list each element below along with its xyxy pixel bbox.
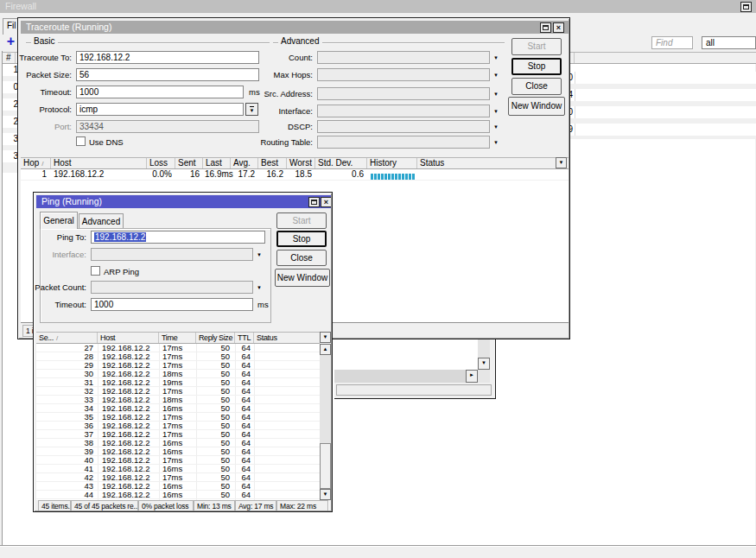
- protocol-dropdown-button[interactable]: ▼: [245, 103, 258, 116]
- ping-title: Ping (Running): [41, 196, 102, 206]
- firewall-rule-row[interactable]: 3: [3, 133, 17, 145]
- port-input: 33434: [76, 120, 259, 133]
- col-loss[interactable]: Loss: [147, 158, 175, 168]
- ping-timeout-unit: ms: [257, 300, 269, 309]
- routing-table-label: Routing Table:: [260, 137, 313, 147]
- timeout-value: 1000: [79, 87, 98, 97]
- sort-icon: /: [54, 334, 58, 342]
- firewall-rule-row[interactable]: 2: [3, 116, 17, 128]
- col-avg[interactable]: Avg.: [231, 158, 258, 168]
- traceroute-table-header[interactable]: Hop/ Host Loss Sent Last Avg. Best Worst…: [21, 157, 569, 169]
- find-input[interactable]: Find: [651, 36, 693, 49]
- firewall-rule-row[interactable]: 3: [3, 150, 17, 162]
- dropdown-icon[interactable]: ▼: [493, 124, 499, 130]
- tab-general-label: General: [43, 216, 74, 225]
- col-last[interactable]: Last: [203, 158, 231, 168]
- firewall-rule-row[interactable]: 2: [3, 98, 17, 111]
- firewall-rule-row[interactable]: 0: [3, 81, 17, 93]
- packet-size-input[interactable]: 56: [76, 68, 259, 81]
- col-best[interactable]: Best: [258, 158, 287, 168]
- loss-value: 0.0%: [142, 169, 172, 180]
- src-address-combobox[interactable]: [317, 87, 490, 100]
- dscp-label: DSCP:: [288, 122, 313, 131]
- ping-table-header[interactable]: Se.../ Host Time Reply Size TTL Status: [36, 332, 320, 344]
- filter-dropdown-value: all: [706, 38, 715, 48]
- vertical-scrollbar[interactable]: ▼: [478, 339, 490, 370]
- dropdown-icon[interactable]: ▼: [493, 55, 499, 61]
- col-time[interactable]: Time: [159, 333, 196, 343]
- traceroute-maximize-button[interactable]: [540, 22, 551, 33]
- dropdown-icon[interactable]: ▼: [493, 140, 499, 146]
- dropdown-icon[interactable]: ▼: [257, 252, 262, 258]
- scroll-up-button[interactable]: ▲: [320, 344, 331, 355]
- stop-button-label: Stop: [528, 61, 546, 71]
- col-status[interactable]: Status: [254, 333, 320, 343]
- col-sent[interactable]: Sent: [175, 158, 203, 168]
- add-rule-button[interactable]: +: [3, 34, 18, 48]
- scroll-down-button[interactable]: ▼: [320, 489, 331, 500]
- scrollbar-thumb[interactable]: [320, 443, 331, 489]
- ping-titlebar[interactable]: Ping (Running): [36, 195, 331, 208]
- max-hops-combobox[interactable]: [317, 68, 490, 81]
- count-combobox[interactable]: [317, 51, 490, 64]
- ping-close-button[interactable]: ×: [321, 197, 331, 207]
- scroll-right-button[interactable]: ►: [466, 370, 478, 383]
- status-packets-received: 45 of 45 packets re...: [71, 500, 138, 510]
- dropdown-icon[interactable]: ▼: [493, 73, 499, 79]
- traceroute-columns-button[interactable]: ▼: [556, 157, 567, 168]
- packet-count-combobox[interactable]: [91, 281, 253, 294]
- col-std-dev[interactable]: Std. Dev.: [315, 158, 367, 168]
- tab-general[interactable]: General: [40, 212, 78, 229]
- filter-dropdown[interactable]: all: [702, 36, 756, 49]
- col-host[interactable]: Host: [51, 158, 147, 168]
- timeout-input[interactable]: 1000: [76, 86, 244, 98]
- ping-stop-button[interactable]: Stop: [276, 231, 327, 247]
- dscp-combobox[interactable]: [317, 120, 490, 133]
- col-status[interactable]: Status: [417, 158, 555, 168]
- ping-close-action-button[interactable]: Close: [276, 250, 327, 266]
- col-worst[interactable]: Worst: [287, 158, 315, 168]
- col-ttl[interactable]: TTL: [235, 333, 254, 343]
- maximize-button[interactable]: [740, 2, 752, 12]
- arp-ping-checkbox[interactable]: [91, 266, 100, 276]
- ping-columns-button[interactable]: ▼: [320, 332, 331, 343]
- protocol-combobox[interactable]: icmp: [76, 103, 244, 116]
- col-reply-size[interactable]: Reply Size: [196, 333, 235, 343]
- tab-advanced-label: Advanced: [82, 217, 120, 226]
- dropdown-icon[interactable]: ▼: [493, 92, 499, 98]
- traceroute-new-window-button[interactable]: New Window: [508, 97, 565, 116]
- firewall-rule-row[interactable]: 1: [3, 64, 17, 76]
- use-dns-checkbox[interactable]: [76, 136, 86, 146]
- ping-result-row[interactable]: 44 192.168.12.2 16ms 50 64: [36, 491, 320, 499]
- col-seq[interactable]: Se.../: [36, 333, 98, 343]
- col-host[interactable]: Host: [98, 333, 159, 343]
- firewall-titlebar[interactable]: Firewall: [0, 0, 756, 13]
- col-history[interactable]: History: [367, 158, 417, 168]
- dropdown-icon: ▼: [250, 106, 255, 113]
- col-hop[interactable]: Hop/: [21, 158, 51, 168]
- dropdown-icon[interactable]: ▼: [257, 285, 262, 291]
- hop-value: 1: [21, 169, 47, 180]
- traceroute-stop-button[interactable]: Stop: [511, 58, 562, 75]
- traceroute-titlebar[interactable]: Traceroute (Running): [21, 21, 569, 34]
- traceroute-result-row[interactable]: 1 192.168.12.2 0.0% 16 16.9ms 17.2 16.2 …: [21, 169, 569, 181]
- packet-count-label: Packet Count:: [35, 282, 86, 292]
- routing-table-combobox[interactable]: [317, 136, 490, 149]
- ping-to-input[interactable]: 192.168.12.2: [91, 231, 265, 244]
- scroll-down-button[interactable]: ▼: [478, 358, 490, 370]
- dropdown-icon[interactable]: ▼: [493, 109, 499, 115]
- tab-advanced[interactable]: Advanced: [79, 213, 124, 229]
- interface-combobox[interactable]: [317, 105, 490, 117]
- ping-maximize-button[interactable]: [308, 197, 320, 207]
- interface-combobox[interactable]: [91, 248, 253, 261]
- traceroute-close-action-button[interactable]: Close: [511, 78, 562, 95]
- horizontal-scrollbar[interactable]: ►: [334, 370, 478, 383]
- ping-new-window-button[interactable]: New Window: [275, 269, 330, 287]
- ping-scrollbar[interactable]: ▲ ▼: [320, 344, 331, 500]
- traceroute-close-button[interactable]: ×: [553, 22, 564, 33]
- basic-group-legend: Basic: [26, 38, 270, 47]
- dropdown-icon: ▼: [559, 160, 564, 165]
- traceroute-to-input[interactable]: 192.168.12.2: [76, 51, 259, 64]
- new-window-button-label: New Window: [277, 273, 327, 282]
- ping-timeout-input[interactable]: 1000: [91, 298, 253, 311]
